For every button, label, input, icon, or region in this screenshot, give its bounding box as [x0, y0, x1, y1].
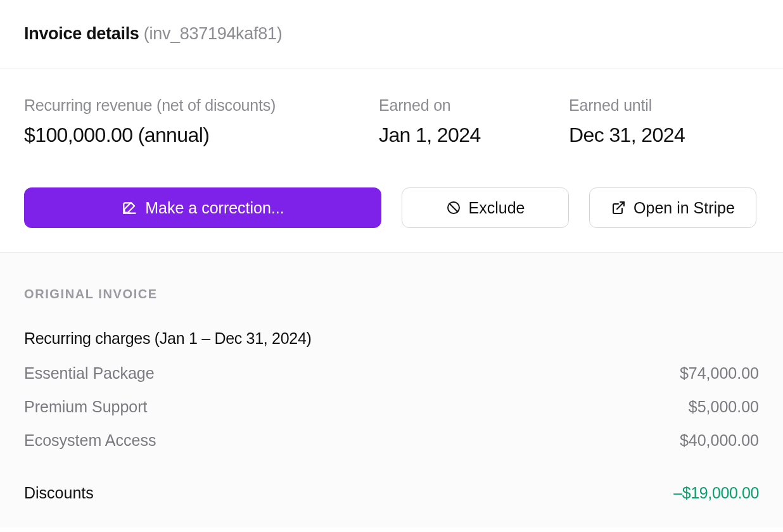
svg-line-3	[617, 202, 624, 209]
metric-revenue-value: $100,000.00 (annual)	[24, 124, 379, 147]
line-items-list: Essential Package$74,000.00Premium Suppo…	[24, 364, 759, 450]
metric-earned-until-value: Dec 31, 2024	[569, 124, 759, 147]
page-title-text: Invoice details	[24, 24, 139, 43]
original-invoice-heading: ORIGINAL INVOICE	[24, 287, 759, 301]
line-item-amount: $74,000.00	[680, 364, 759, 383]
line-item: Essential Package$74,000.00	[24, 364, 759, 383]
metric-revenue-label: Recurring revenue (net of discounts)	[24, 96, 379, 115]
external-link-icon	[611, 200, 626, 215]
page-header: Invoice details (inv_837194kaf81)	[0, 0, 783, 68]
exclude-button[interactable]: Exclude	[402, 187, 569, 228]
open-in-stripe-button[interactable]: Open in Stripe	[589, 187, 756, 228]
line-item: Ecosystem Access$40,000.00	[24, 431, 759, 450]
exclude-label: Exclude	[469, 199, 525, 217]
make-correction-label: Make a correction...	[145, 199, 284, 217]
metric-earned-until-label: Earned until	[569, 96, 759, 115]
metric-earned-on: Earned on Jan 1, 2024	[379, 96, 569, 147]
discounts-row: Discounts –$19,000.00	[24, 484, 759, 502]
make-correction-button[interactable]: Make a correction...	[24, 187, 381, 228]
discounts-amount: –$19,000.00	[673, 484, 759, 502]
edit-icon	[121, 200, 137, 216]
open-in-stripe-label: Open in Stripe	[633, 199, 735, 217]
line-item-label: Premium Support	[24, 398, 148, 416]
ban-icon	[446, 200, 461, 215]
original-invoice-section: ORIGINAL INVOICE Recurring charges (Jan …	[0, 252, 783, 528]
line-item-label: Ecosystem Access	[24, 431, 156, 450]
summary-section: Recurring revenue (net of discounts) $10…	[0, 68, 783, 252]
metric-earned-until: Earned until Dec 31, 2024	[569, 96, 759, 147]
line-item-amount: $40,000.00	[680, 431, 759, 450]
svg-line-2	[449, 204, 457, 212]
invoice-id: (inv_837194kaf81)	[144, 24, 283, 43]
line-item-label: Essential Package	[24, 364, 155, 383]
metric-revenue: Recurring revenue (net of discounts) $10…	[24, 96, 379, 147]
line-item-amount: $5,000.00	[689, 398, 759, 416]
discounts-label: Discounts	[24, 484, 94, 502]
summary-grid: Recurring revenue (net of discounts) $10…	[24, 96, 759, 147]
metric-earned-on-label: Earned on	[379, 96, 569, 115]
recurring-charges-heading: Recurring charges (Jan 1 – Dec 31, 2024)	[24, 329, 759, 348]
page-title: Invoice details (inv_837194kaf81)	[24, 24, 759, 44]
action-bar: Make a correction... Exclude Open in	[24, 187, 759, 228]
line-item: Premium Support$5,000.00	[24, 398, 759, 416]
metric-earned-on-value: Jan 1, 2024	[379, 124, 569, 147]
